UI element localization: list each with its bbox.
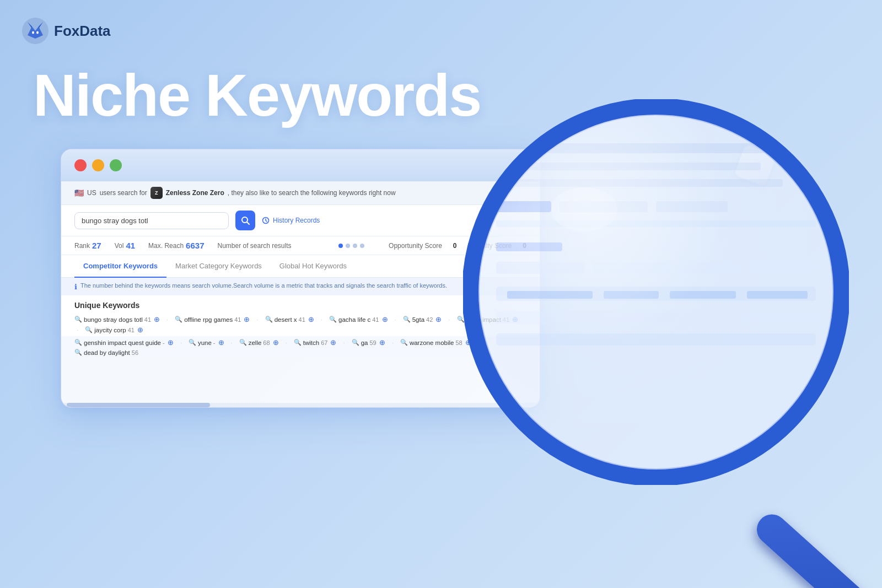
info-prefix: users search for (100, 189, 147, 197)
scrollbar[interactable] (61, 403, 540, 407)
kw-add-btn[interactable]: ⊕ (379, 338, 385, 347)
kw-search-icon: 🔍 (400, 339, 408, 346)
logo-text: FoxData (54, 23, 111, 40)
kw-vol: 41 (372, 316, 379, 323)
kw-vol: 41 (144, 316, 151, 323)
country-flag: 🇺🇸 (74, 188, 84, 197)
kw-add-btn[interactable]: ⊕ (168, 338, 174, 347)
kw-vol: 41 (128, 327, 135, 333)
kw-separator: · (180, 339, 182, 346)
kw-add-btn[interactable]: ⊕ (154, 315, 160, 323)
kw-vol: 56 (132, 349, 138, 356)
foxdata-logo-icon (22, 18, 49, 44)
info-note: ℹ The number behind the keywords means s… (61, 278, 540, 295)
scrollbar-thumb[interactable] (67, 403, 210, 407)
kw-vol: 68 (263, 339, 270, 346)
tab-global-hot[interactable]: Global Hot Keywords (271, 255, 356, 278)
kw-vol: 41 (299, 316, 305, 323)
kw-search-icon: 🔍 (329, 316, 337, 323)
search-row: History Records (61, 205, 540, 236)
kw-item: 🔍 twitch 67 ⊕ (294, 338, 337, 347)
kw-add-btn[interactable]: ⊕ (273, 338, 279, 347)
kw-add-btn[interactable]: ⊕ (244, 315, 250, 323)
kw-item: 🔍 gacha life c 41 ⊕ (329, 315, 388, 323)
kw-name: ga (361, 339, 368, 346)
history-icon (262, 217, 270, 224)
search-button[interactable] (235, 211, 255, 230)
history-records-button[interactable]: History Records (262, 217, 320, 224)
kw-item: 🔍 offline rpg games 41 ⊕ (175, 315, 250, 323)
magnifier-handle (751, 508, 878, 588)
kw-item: 🔍 zelle 68 ⊕ (239, 338, 279, 347)
tab-competitor-keywords[interactable]: Competitor Keywords (74, 255, 166, 278)
kw-search-icon: 🔍 (403, 316, 411, 323)
kw-name: gacha life c (338, 316, 370, 323)
svg-rect-15 (656, 201, 728, 212)
kw-vol: 58 (455, 339, 462, 346)
info-bar: 🇺🇸 US users search for Z Zenless Zone Ze… (61, 181, 540, 205)
kw-add-btn[interactable]: ⊕ (465, 338, 471, 347)
hero-title: Niche Keywords (33, 61, 481, 130)
kw-add-btn[interactable]: ⊕ (512, 315, 518, 323)
nav-dot-3[interactable] (353, 244, 357, 248)
svg-rect-19 (593, 262, 670, 274)
kw-add-btn[interactable]: ⊕ (218, 338, 224, 347)
keyword-row-2: 🔍 genshin impact quest guide - ⊕ · 🔍 yun… (61, 336, 540, 358)
nav-dot-4[interactable] (360, 244, 364, 248)
kw-vol: 42 (426, 316, 433, 323)
window-minimize-dot[interactable] (92, 159, 104, 171)
app-icon: Z (150, 187, 163, 199)
kw-name: warzone mobile (410, 339, 454, 346)
unique-keywords-title: Unique Keywords (61, 295, 540, 313)
window-maximize-dot[interactable] (110, 159, 122, 171)
nav-dot-2[interactable] (346, 244, 350, 248)
kw-separator: · (286, 339, 287, 346)
stat-vol: Vol 41 (115, 241, 135, 250)
nav-dot-1[interactable] (338, 244, 343, 248)
kw-item: 🔍 5gta 42 ⊕ (403, 315, 442, 323)
kw-separator: · (392, 339, 394, 346)
opportunity-value: 0 (453, 242, 457, 250)
keyword-row-1: 🔍 bungo stray dogs totl 41 ⊕ · 🔍 offline… (61, 313, 540, 336)
svg-rect-14 (560, 201, 648, 212)
svg-point-1 (32, 31, 34, 34)
decoration-accent (734, 144, 777, 187)
stat-results: Number of search results (217, 242, 291, 250)
info-suffix: , they also like to search the following… (228, 189, 396, 197)
kw-add-btn[interactable]: ⊕ (308, 315, 314, 323)
svg-rect-24 (604, 291, 659, 299)
browser-content: 🇺🇸 US users search for Z Zenless Zone Ze… (61, 181, 540, 358)
kw-add-btn[interactable]: ⊕ (137, 326, 143, 334)
svg-point-2 (36, 31, 39, 34)
kw-add-btn[interactable]: ⊕ (382, 315, 388, 323)
window-close-dot[interactable] (74, 159, 87, 171)
stats-row: Rank 27 Vol 41 Max. Reach 6637 Number of… (61, 236, 540, 255)
svg-rect-20 (678, 262, 739, 274)
kw-add-btn[interactable]: ⊕ (330, 338, 336, 347)
kw-vol: - (213, 339, 216, 346)
history-label: History Records (273, 217, 320, 224)
kw-item: 🔍 desert x 41 ⊕ (265, 315, 314, 323)
app-name: Zenless Zone Zero (166, 189, 224, 197)
kw-item: 🔍 yune - ⊕ (189, 338, 224, 347)
search-input[interactable] (74, 212, 229, 229)
country-code: US (87, 189, 96, 197)
kw-separator: · (321, 316, 322, 323)
kw-name: twitch (303, 339, 319, 346)
stat-vol-label: Vol (115, 242, 124, 250)
kw-vol: 59 (369, 339, 376, 346)
kw-item: 🔍 earth impact 41 ⊕ (457, 315, 519, 323)
kw-search-icon: 🔍 (189, 339, 196, 346)
kw-search-icon: 🔍 (457, 316, 465, 323)
kw-search-icon: 🔍 (265, 316, 273, 323)
tab-market-category[interactable]: Market Category Keywords (166, 255, 271, 278)
kw-add-btn[interactable]: ⊕ (435, 315, 442, 323)
kw-name: dead by daylight (84, 349, 130, 356)
search-icon (241, 216, 250, 225)
kw-name: zelle (249, 339, 262, 346)
kw-separator: · (166, 316, 168, 323)
opportunity-label: Opportunity Score (389, 242, 442, 250)
kw-name: jaycity corp (94, 327, 126, 333)
tabs-row: Competitor Keywords Market Category Keyw… (61, 255, 540, 278)
kw-separator: · (343, 339, 345, 346)
